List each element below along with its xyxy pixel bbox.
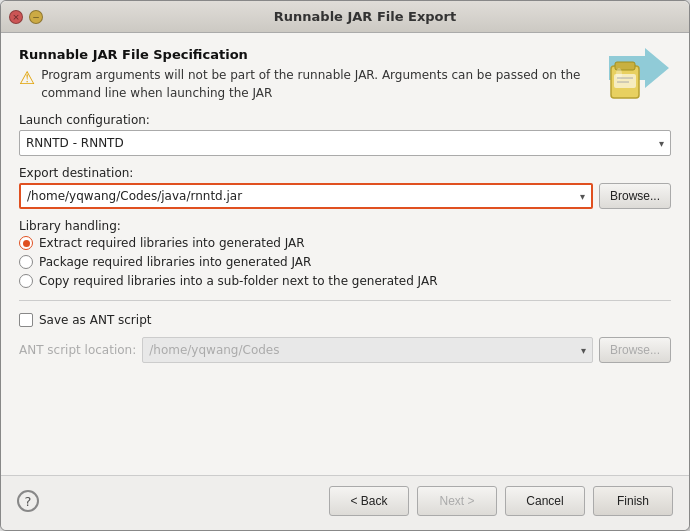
library-label: Library handling: [19, 219, 671, 233]
ant-browse-button: Browse... [599, 337, 671, 363]
export-dest-combo[interactable]: /home/yqwang/Codes/java/rnntd.jar ▾ [19, 183, 593, 209]
separator [19, 300, 671, 301]
cancel-button[interactable]: Cancel [505, 486, 585, 516]
library-option-extract[interactable]: Extract required libraries into generate… [19, 236, 671, 250]
finish-button[interactable]: Finish [593, 486, 673, 516]
close-button[interactable]: × [9, 10, 23, 24]
ant-location-arrow-icon: ▾ [581, 345, 586, 356]
minimize-button[interactable]: − [29, 10, 43, 24]
ant-checkbox-icon[interactable] [19, 313, 33, 327]
launch-config-arrow-icon: ▾ [659, 138, 664, 149]
next-button[interactable]: Next > [417, 486, 497, 516]
warning-icon: ⚠ [19, 67, 35, 88]
radio-copy-icon [19, 274, 33, 288]
ant-checkbox-row[interactable]: Save as ANT script [19, 313, 671, 327]
export-dest-browse-button[interactable]: Browse... [599, 183, 671, 209]
left-col: Runnable JAR File Specification ⚠ Progra… [19, 47, 599, 102]
window: × − Runnable JAR File Export Runnable JA… [0, 0, 690, 531]
library-option-copy-label: Copy required libraries into a sub-folde… [39, 274, 438, 288]
ant-location-combo: /home/yqwang/Codes ▾ [142, 337, 593, 363]
launch-config-section: Launch configuration: RNNTD - RNNTD ▾ [19, 113, 671, 156]
library-option-copy[interactable]: Copy required libraries into a sub-folde… [19, 274, 671, 288]
radio-extract-dot [23, 240, 30, 247]
library-radio-group: Extract required libraries into generate… [19, 236, 671, 288]
spacer [19, 373, 671, 461]
library-option-package[interactable]: Package required libraries into generate… [19, 255, 671, 269]
ant-checkbox-label: Save as ANT script [39, 313, 151, 327]
svg-rect-4 [614, 74, 636, 88]
titlebar: × − Runnable JAR File Export [1, 1, 689, 33]
launch-config-label: Launch configuration: [19, 113, 671, 127]
export-dest-arrow-icon: ▾ [580, 191, 585, 202]
export-dest-value: /home/yqwang/Codes/java/rnntd.jar [27, 189, 242, 203]
launch-config-value: RNNTD - RNNTD [26, 136, 124, 150]
ant-location-row: ANT script location: /home/yqwang/Codes … [19, 337, 671, 363]
ant-location-label: ANT script location: [19, 343, 136, 357]
section-title: Runnable JAR File Specification [19, 47, 599, 62]
radio-package-icon [19, 255, 33, 269]
library-section: Library handling: Extract required libra… [19, 219, 671, 288]
content-area: Runnable JAR File Specification ⚠ Progra… [1, 33, 689, 475]
warning-text: Program arguments will not be part of th… [41, 66, 599, 102]
button-group: < Back Next > Cancel Finish [329, 486, 673, 516]
export-dest-section: Export destination: /home/yqwang/Codes/j… [19, 166, 671, 209]
back-button[interactable]: < Back [329, 486, 409, 516]
library-option-extract-label: Extract required libraries into generate… [39, 236, 305, 250]
ant-location-value: /home/yqwang/Codes [149, 343, 279, 357]
jar-icon [607, 47, 671, 103]
export-dest-label: Export destination: [19, 166, 671, 180]
footer: ? < Back Next > Cancel Finish [1, 475, 689, 530]
help-button[interactable]: ? [17, 490, 39, 512]
top-row: Runnable JAR File Specification ⚠ Progra… [19, 47, 671, 103]
warning-box: ⚠ Program arguments will not be part of … [19, 66, 599, 102]
export-dest-row: /home/yqwang/Codes/java/rnntd.jar ▾ Brow… [19, 183, 671, 209]
window-title: Runnable JAR File Export [49, 9, 681, 24]
library-option-package-label: Package required libraries into generate… [39, 255, 311, 269]
radio-extract-icon [19, 236, 33, 250]
launch-config-combo[interactable]: RNNTD - RNNTD ▾ [19, 130, 671, 156]
